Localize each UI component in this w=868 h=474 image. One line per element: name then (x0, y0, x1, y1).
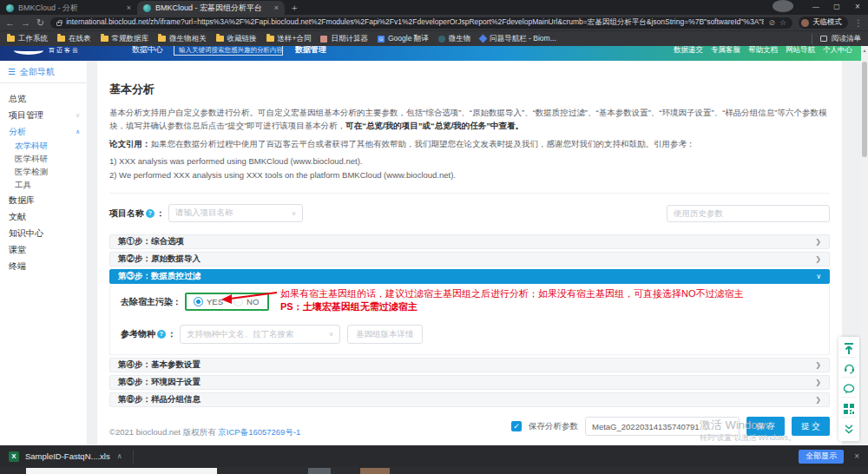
bmk-logo[interactable] (14, 46, 43, 55)
sidebar-item-overview[interactable]: 总览 (9, 90, 87, 107)
sidebar-subitem-med-test[interactable]: 医学检测 (9, 166, 87, 179)
project-name-label: 项目名称 ? ： (109, 207, 165, 220)
tab-close-icon[interactable]: × (274, 3, 279, 12)
show-all-downloads-button[interactable]: 全部显示 (799, 450, 844, 464)
new-tab-button[interactable]: + (292, 3, 297, 13)
header-nav-item[interactable]: 数据递交 (674, 46, 703, 56)
chevron-down-icon: ∨ (292, 210, 296, 217)
all-navigation-toggle[interactable]: ☰ 全部导航 (0, 61, 87, 83)
header-nav-item[interactable]: 专属客服 (711, 46, 740, 56)
bookmark-item[interactable]: 日期计算器 (320, 34, 368, 44)
browser-tab-1[interactable]: BMKCloud - 分析 × (0, 1, 137, 15)
header-search-input[interactable]: 输入关键词搜索您感兴趣的分析内容 (174, 46, 283, 56)
lock-icon (56, 22, 62, 26)
divider (109, 193, 830, 194)
page-scrollbar[interactable]: ▲ (861, 46, 868, 445)
chevron-down-icon: ∨ (816, 273, 821, 280)
qr-code-icon[interactable] (841, 400, 857, 418)
step-row-4[interactable]: 第④步：基本参数设置 ❯ (109, 358, 830, 372)
scrollbar-up-arrow[interactable]: ▲ (861, 46, 868, 55)
window-close-button[interactable]: × (847, 0, 868, 12)
sidebar-subitem-tools[interactable]: 工具 (9, 179, 87, 192)
bookmark-item[interactable]: GGoogle 翻译 (378, 34, 429, 44)
icp-link[interactable]: 京ICP备16057269号-1 (218, 427, 300, 437)
bookmark-item[interactable]: 在线表 (57, 34, 91, 44)
download-file-name[interactable]: SampleID-FastqN....xls (25, 451, 110, 461)
url-text[interactable]: international.biocloud.net/zh/iframe?url… (66, 17, 764, 28)
browser-menu-icon[interactable]: ⋮ (854, 18, 863, 28)
bookmark-item[interactable]: 微生物相关 (158, 34, 207, 44)
profile-label: 天临模式 (812, 17, 842, 28)
step-row-3-active[interactable]: 第③步：数据质控过滤 ∨ (109, 269, 830, 284)
step-row-6[interactable]: 第⑥步：样品分组信息 ❯ (109, 392, 830, 407)
sidebar-item-project-mgmt[interactable]: 项目管理∨ (9, 107, 87, 123)
globe-icon (438, 36, 445, 43)
browser-tab-strip: BMKCloud - 分析 × BMKCloud - 宏基因组分析平台 × + … (0, 0, 868, 15)
save-params-checkbox-checked[interactable]: ✓ (511, 421, 522, 431)
header-nav-item[interactable]: 数据中心 (132, 46, 163, 56)
sidebar-item-terminal[interactable]: 终端 (9, 258, 87, 274)
eye-blocked-icon[interactable]: ⊘ (768, 18, 775, 27)
tab-close-icon[interactable]: × (127, 3, 131, 12)
submit-button[interactable]: 提 交 (792, 417, 830, 436)
step-row-5[interactable]: 第⑤步：环境因子设置 ❯ (109, 375, 830, 390)
taskbar-thumbnail (308, 468, 331, 474)
header-nav-item[interactable]: 个人中心 (823, 46, 852, 56)
windows-activation-watermark: 激活 Windows 转到“设置”以激活 Windows。 (700, 418, 796, 444)
sidebar-subitem-med-research[interactable]: 医学科研 (9, 153, 87, 166)
step-row-1[interactable]: 第①步：综合选项 ❯ (109, 234, 830, 249)
header-nav-item[interactable]: 网站导航 (786, 46, 815, 56)
back-icon[interactable]: ← (5, 18, 15, 28)
reload-icon[interactable]: ↻ (36, 18, 44, 28)
customer-service-icon[interactable] (841, 360, 857, 378)
annotation-text: 如果有宿主基因组的话，建议过滤宿主基因组之后进行分析；如果没有宿主基因组，可直接… (280, 287, 744, 313)
close-download-bar-icon[interactable]: × (854, 451, 859, 461)
bookmark-item[interactable]: 问题导航栏 - Biom... (480, 34, 556, 44)
download-bar: X SampleID-FastqN....xls ∧ 全部显示 × (0, 445, 868, 467)
header-right-nav: 数据递交 专属客服 帮助文档 网站导航 个人中心 (674, 46, 852, 56)
bookmark-item[interactable]: 工作系统 (7, 34, 48, 44)
window-maximize-button[interactable]: ▢ (826, 0, 847, 12)
back-to-top-icon[interactable] (841, 340, 857, 358)
citation-2: 2) We performed XXX analysis using XXX t… (109, 168, 830, 182)
browser-profile-chip[interactable]: 天临模式 (799, 16, 848, 29)
scrollbar-thumb[interactable] (862, 62, 867, 157)
radio-yes[interactable]: YES (194, 297, 223, 306)
sidebar-subitem-agri-research[interactable]: 农学科研 (9, 140, 87, 153)
chevron-up-icon[interactable]: ∧ (117, 452, 122, 460)
bookmark-item[interactable]: 微生物 (438, 34, 471, 44)
brand-text: 百迈客云 (49, 46, 80, 55)
chat-icon[interactable] (841, 380, 857, 398)
sidebar-item-analysis[interactable]: 分析∧ (9, 123, 87, 140)
sidebar: ☰ 全部导航 总览 项目管理∨ 分析∧ 农学科研 医学科研 医学检测 工具 数据… (0, 61, 87, 445)
step-row-2[interactable]: 第②步：原始数据导入 ❯ (109, 252, 830, 267)
intro-paragraph: 基本分析支持用户自定义参数进行分析。可自定义宏基因组基本分析的主要参数，包括“综… (109, 106, 830, 132)
window-minimize-button[interactable]: — (806, 0, 826, 12)
bookmark-item[interactable]: 收藏链接 (216, 34, 257, 44)
browser-extension-icon[interactable] (773, 0, 793, 12)
species-select[interactable]: 支持物种中文名、拉丁名搜索 ∨ (180, 325, 340, 344)
sidebar-item-literature[interactable]: 文献 (9, 208, 87, 225)
project-name-select[interactable]: 请输入项目名称 ∨ (168, 204, 303, 222)
history-params-input[interactable] (667, 205, 830, 222)
window-controls: — ▢ × (773, 0, 868, 12)
reading-list-button[interactable]: 阅读清单 (812, 34, 861, 44)
browser-tab-2-active[interactable]: BMKCloud - 宏基因组分析平台 × (137, 1, 285, 15)
collapse-double-chevron-icon[interactable] (841, 420, 857, 438)
bookmark-item[interactable]: 送样+合同 (266, 34, 312, 44)
help-icon[interactable]: ? (146, 209, 155, 218)
sidebar-item-knowledge[interactable]: 知识中心 (9, 225, 87, 241)
excel-file-icon: X (9, 451, 19, 462)
forward-icon[interactable]: → (21, 18, 30, 28)
help-icon[interactable]: ? (157, 330, 166, 339)
address-bar[interactable]: international.biocloud.net/zh/iframe?url… (50, 17, 792, 29)
data-manage-button[interactable]: 数据管理 (295, 46, 326, 56)
genome-version-button[interactable]: 基因组版本详情 (347, 325, 423, 344)
bookmark-item[interactable]: 常规数据库 (101, 34, 149, 44)
site-header: 百迈客云 数据中心 输入关键词搜索您感兴趣的分析内容 数据管理 数据递交 专属客… (0, 46, 868, 61)
page-title: 基本分析 (109, 82, 830, 97)
header-nav-item[interactable]: 帮助文档 (748, 46, 778, 56)
sidebar-item-classroom[interactable]: 课堂 (9, 241, 87, 258)
sidebar-item-database[interactable]: 数据库 (9, 192, 87, 208)
bookmark-star-icon[interactable]: ☆ (779, 18, 786, 27)
